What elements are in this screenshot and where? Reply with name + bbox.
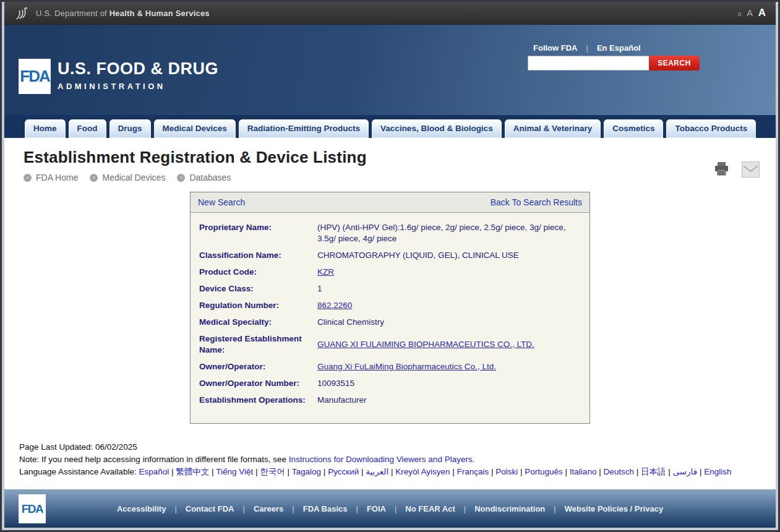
language-link[interactable]: Español	[139, 467, 169, 476]
separator: |	[321, 467, 328, 476]
language-link[interactable]: English	[704, 467, 731, 476]
detail-row-product-code: Product Code: KZR	[199, 264, 582, 280]
nav-tab[interactable]: Vaccines, Blood & Biologics	[372, 119, 502, 138]
footer-link[interactable]: Website Policies / Privacy	[565, 504, 663, 513]
font-size-large-button[interactable]: A	[758, 7, 766, 19]
language-link[interactable]: Deutsch	[603, 467, 634, 476]
detail-label: Device Class:	[199, 283, 309, 294]
browser-window: U.S. Department of Health & Human Servic…	[0, 0, 780, 532]
separator: |	[359, 467, 366, 476]
footer-link[interactable]: FOIA	[367, 504, 386, 513]
detail-label: Medical Specialty:	[199, 317, 309, 328]
footer-fda-logo[interactable]: FDA	[19, 494, 46, 523]
new-search-link[interactable]: New Search	[198, 197, 245, 207]
footer-link[interactable]: Careers	[254, 504, 283, 513]
detail-label: Regulation Number:	[199, 300, 309, 311]
page-last-updated: Page Last Updated: 06/02/2025	[19, 441, 761, 453]
language-link[interactable]: 日本語	[641, 467, 666, 476]
language-link[interactable]: Tagalog	[292, 467, 321, 476]
breadcrumb-fda-home[interactable]: › FDA Home	[24, 173, 78, 182]
nav-tab[interactable]: Drugs	[109, 119, 151, 138]
breadcrumb-label: Databases	[189, 173, 231, 182]
language-link[interactable]: Русский	[328, 467, 359, 476]
separator: |	[489, 467, 495, 476]
fda-brand-text: U.S. FOOD & DRUG ADMINISTRATION	[58, 59, 218, 91]
language-link[interactable]: فارسی	[672, 467, 697, 476]
footer-link[interactable]: FDA Basics	[303, 504, 348, 513]
separator: |	[518, 467, 525, 476]
nav-tab[interactable]: Radiation-Emitting Products	[239, 119, 369, 138]
viewers-players-link[interactable]: Instructions for Downloading Viewers and…	[289, 455, 475, 464]
nav-tab[interactable]: Tobacco Products	[666, 119, 756, 138]
result-box-header: New Search Back To Search Results	[191, 192, 589, 213]
breadcrumb-medical-devices[interactable]: › Medical Devices	[90, 173, 165, 182]
footer-link[interactable]: Contact FDA	[186, 504, 234, 513]
nav-tab[interactable]: Food	[69, 119, 106, 138]
follow-fda-link[interactable]: Follow FDA	[533, 43, 578, 53]
en-espanol-link[interactable]: En Español	[597, 43, 641, 53]
email-icon[interactable]	[742, 161, 760, 178]
back-to-search-results-link[interactable]: Back To Search Results	[491, 197, 582, 207]
detail-label: Owner/Operator Number:	[199, 378, 309, 389]
font-size-small-button[interactable]: a	[737, 10, 741, 17]
language-link[interactable]: Kreyòl Ayisyen	[395, 467, 450, 476]
site-footer: FDA Accessibility|Contact FDA|Careers|FD…	[4, 489, 776, 528]
detail-row-owner-operator: Owner/Operator: Guang Xi FuLaiMing Bioph…	[199, 358, 582, 375]
detail-label: Proprietary Name:	[199, 222, 309, 233]
separator: |	[169, 467, 176, 476]
footer-link[interactable]: Accessibility	[117, 504, 166, 513]
breadcrumb-databases[interactable]: › Databases	[177, 173, 231, 182]
fda-logo[interactable]: FDA	[19, 59, 51, 94]
footer-fda-logo-text: FDA	[22, 502, 43, 516]
owner-operator-link[interactable]: Guang Xi FuLaiMing Biopharmaceutics Co.,…	[317, 361, 496, 372]
detail-value: 1	[317, 283, 322, 294]
separator: |	[209, 467, 216, 476]
language-links: Español | 繁體中文 | Tiếng Việt | 한국어 | Taga…	[139, 467, 731, 476]
detail-row-proprietary-name: Proprietary Name: (HPV) (Anti-HPV Gel):1…	[199, 219, 582, 247]
nav-tab[interactable]: Home	[25, 119, 66, 138]
detail-row-registered-establishment-name: Registered Establishment Name: GUANG XI …	[199, 330, 582, 358]
detail-label: Classification Name:	[199, 250, 309, 261]
search-input[interactable]	[528, 56, 649, 71]
detail-row-medical-specialty: Medical Specialty: Clinical Chemistry	[199, 314, 582, 330]
device-listing-box: New Search Back To Search Results Propri…	[190, 192, 590, 424]
nav-tab[interactable]: Medical Devices	[154, 119, 236, 138]
font-size-medium-button[interactable]: A	[747, 8, 752, 18]
detail-label: Product Code:	[199, 267, 309, 278]
separator: |	[388, 467, 395, 476]
product-code-link[interactable]: KZR	[317, 267, 334, 278]
detail-value: Manufacturer	[317, 395, 367, 406]
separator: |	[253, 467, 260, 476]
separator: |	[563, 467, 570, 476]
footer-link[interactable]: Nondiscrimination	[474, 504, 545, 513]
separator: |	[285, 467, 292, 476]
language-link[interactable]: 繁體中文	[176, 467, 209, 476]
breadcrumb-arrow-icon: ›	[24, 174, 32, 182]
main-content: Establishment Registration & Device List…	[4, 138, 776, 489]
nav-tab[interactable]: Animal & Veterinary	[505, 119, 601, 138]
print-icon[interactable]	[714, 161, 729, 176]
registered-establishment-link[interactable]: GUANG XI FULAIMING BIOPHARMACEUTICS CO.,…	[317, 339, 534, 350]
search-button[interactable]: SEARCH	[649, 56, 700, 71]
hhs-dept-prefix: U.S. Department of	[36, 9, 107, 18]
footer-link[interactable]: No FEAR Act	[405, 504, 455, 513]
language-link[interactable]: Português	[525, 467, 563, 476]
separator: |	[697, 467, 704, 476]
language-assistance-line: Language Assistance Available: Español |…	[19, 466, 758, 478]
detail-row-classification-name: Classification Name: CHROMATOGRAPHY (LIQ…	[199, 247, 582, 264]
nav-tab[interactable]: Cosmetics	[604, 119, 663, 138]
language-link[interactable]: Italiano	[570, 467, 597, 476]
language-link[interactable]: Tiếng Việt	[216, 467, 253, 476]
detail-row-regulation-number: Regulation Number: 862.2260	[199, 297, 582, 314]
language-link[interactable]: العربية	[366, 467, 388, 476]
detail-value: (HPV) (Anti-HPV Gel):1.6g/ piece, 2g/ pi…	[317, 222, 566, 244]
separator: |	[596, 467, 603, 476]
breadcrumb-arrow-icon: ›	[90, 174, 98, 182]
language-link[interactable]: 한국어	[260, 467, 285, 476]
page-title: Establishment Registration & Device List…	[24, 148, 761, 167]
regulation-number-link[interactable]: 862.2260	[317, 300, 352, 311]
detail-value: 10093515	[317, 378, 354, 389]
brand-line2: ADMINISTRATION	[58, 82, 218, 91]
language-link[interactable]: Polski	[495, 467, 518, 476]
language-link[interactable]: Français	[456, 467, 489, 476]
